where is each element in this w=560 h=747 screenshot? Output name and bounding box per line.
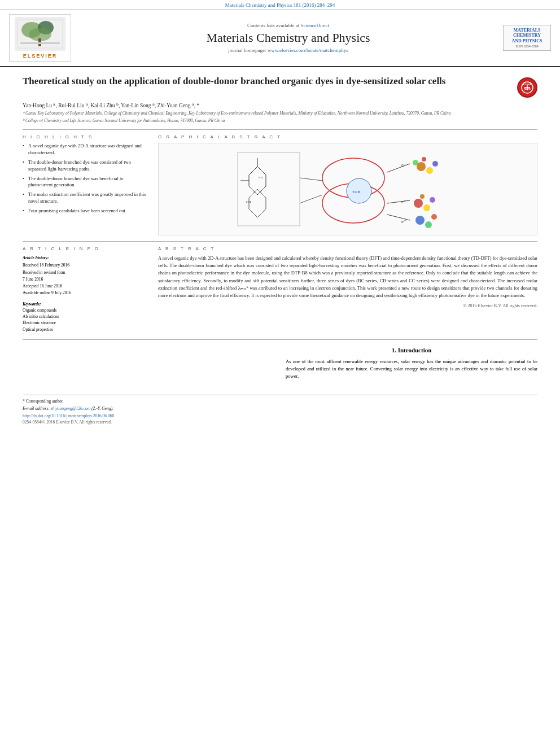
keyword-1: Organic compounds <box>23 307 147 313</box>
contents-prefix: Contents lists available at <box>247 23 299 28</box>
journal-center-info: Contents lists available at ScienceDirec… <box>80 23 496 53</box>
science-direct-link[interactable]: ScienceDirect <box>301 23 329 28</box>
highlight-item-4: The molar extinction coefficient was gre… <box>23 191 147 205</box>
journal-bar: Materials Chemistry and Physics 181 (201… <box>0 0 560 10</box>
email-label: E-mail address: <box>23 406 50 411</box>
elsevier-logo-box: ELSEVIER <box>9 14 71 62</box>
crossmark-icon: Cross Mark <box>517 77 537 98</box>
issn-line: 0254-0584/© 2016 Elsevier B.V. All right… <box>23 420 537 425</box>
svg-marker-16 <box>249 189 266 217</box>
journal-homepage-line: journal homepage: www.elsevier.com/locat… <box>80 47 496 53</box>
svg-point-31 <box>432 161 438 167</box>
abstract-paragraph: A novel organic dye with 2D-A structure … <box>158 255 537 299</box>
journal-bar-text: Materials Chemistry and Physics 181 (201… <box>225 2 335 8</box>
affiliation-a: ᵃ Gansu Key Laboratory of Polymer Materi… <box>23 111 537 117</box>
doi-line[interactable]: http://dx.doi.org/10.1016/j.matchemphys.… <box>23 413 537 418</box>
keyword-4: Optical properties <box>23 326 147 333</box>
svg-text:NH: NH <box>259 176 263 179</box>
article-info-col: A R T I C L E I N F O Article history: R… <box>23 246 147 333</box>
svg-line-24 <box>387 164 410 172</box>
highlight-item-1: A novel organic dye with 2D-A structure … <box>23 143 147 156</box>
article-info-details: Article history: Received 18 February 20… <box>23 255 147 333</box>
highlights-list: A novel organic dye with 2D-A structure … <box>23 143 147 215</box>
email-suffix: (Z.-Y. Geng). <box>91 406 113 411</box>
paper-title-section: Theoretical study on the application of … <box>23 75 537 98</box>
elsevier-wordmark: ELSEVIER <box>23 53 58 59</box>
svg-text:OH: OH <box>246 200 251 204</box>
svg-point-36 <box>430 197 435 203</box>
svg-point-40 <box>431 214 437 220</box>
footer-section: * Corresponding author. E-mail address: … <box>23 395 537 425</box>
graphical-abstract-heading: G R A P H I C A L A B S T R A C T <box>158 134 537 139</box>
accepted-date: Accepted 16 June 2016 <box>23 283 147 289</box>
highlights-col: H I G H L I G H T S A novel organic dye … <box>23 134 147 235</box>
keyword-2: Ab initio calculations <box>23 313 147 320</box>
homepage-prefix: journal homepage: <box>228 47 266 53</box>
highlight-item-5: Four promising candidates have been scre… <box>23 208 147 215</box>
svg-marker-13 <box>249 167 266 195</box>
intro-two-col: 1. Introduction As one of the most afflu… <box>23 347 537 384</box>
history-label: Article history: <box>23 255 147 261</box>
right-issn-info: ISSN 0254-0584 <box>505 45 549 48</box>
affiliation-b: ᵇ College of Chemistry and Life Science,… <box>23 118 537 124</box>
svg-line-26 <box>387 200 410 203</box>
abstract-heading: A B S T R A C T <box>158 246 537 251</box>
svg-point-35 <box>423 204 430 211</box>
keywords-label: Keywords: <box>23 301 147 307</box>
intro-text: As one of the most affluent renewable en… <box>286 358 537 381</box>
highlights-heading: H I G H L I G H T S <box>23 134 147 139</box>
svg-point-39 <box>425 221 432 228</box>
paper-title: Theoretical study on the application of … <box>23 75 509 88</box>
right-journal-title: MATERIALS CHEMISTRY AND PHYSICS <box>505 28 549 44</box>
copyright-line: © 2016 Elsevier B.V. All rights reserved… <box>158 303 537 309</box>
main-content: Theoretical study on the application of … <box>0 67 560 430</box>
introduction-section: 1. Introduction As one of the most afflu… <box>23 347 537 384</box>
divider-1 <box>23 129 537 130</box>
journal-right-logo-box: MATERIALS CHEMISTRY AND PHYSICS ISSN 025… <box>503 25 551 51</box>
email-line: E-mail address: zhiyuangeng@126.com (Z.-… <box>23 406 537 411</box>
svg-point-38 <box>415 216 425 225</box>
article-info-abstract-section: A R T I C L E I N F O Article history: R… <box>23 246 537 333</box>
svg-text:TiO₂: TiO₂ <box>352 190 360 194</box>
highlights-graphical-section: H I G H L I G H T S A novel organic dye … <box>23 134 537 235</box>
available-date: Available online 9 July 2016 <box>23 290 147 296</box>
abstract-text: A novel organic dye with 2D-A structure … <box>158 255 537 309</box>
journal-header: ELSEVIER Contents lists available at Sci… <box>0 10 560 67</box>
abstract-col: A B S T R A C T A novel organic dye with… <box>158 246 537 333</box>
graphical-abstract-col: G R A P H I C A L A B S T R A C T OH NH <box>158 134 537 235</box>
contents-line: Contents lists available at ScienceDirec… <box>80 23 496 28</box>
intro-right-col: 1. Introduction As one of the most afflu… <box>286 347 537 384</box>
svg-rect-5 <box>20 42 60 44</box>
graphical-abstract-box: OH NH TiO₂ e⁻ e⁻ e⁻ <box>158 143 537 235</box>
svg-point-30 <box>426 167 433 174</box>
svg-line-28 <box>387 215 410 220</box>
keyword-3: Electronic structure <box>23 320 147 326</box>
keywords-section: Keywords: Organic compounds Ab initio ca… <box>23 301 147 333</box>
divider-2 <box>23 241 537 242</box>
svg-rect-12 <box>238 152 300 226</box>
svg-point-33 <box>413 160 418 165</box>
divider-3 <box>23 339 537 340</box>
intro-left-spacer <box>23 347 274 384</box>
article-info-heading: A R T I C L E I N F O <box>23 246 147 251</box>
svg-point-34 <box>414 199 423 208</box>
graphical-abstract-image: OH NH TiO₂ e⁻ e⁻ e⁻ <box>162 147 533 231</box>
crossmark-badge: Cross Mark <box>517 77 537 98</box>
journal-title: Materials Chemistry and Physics <box>80 30 496 45</box>
revised-label: Received in revised form <box>23 269 147 276</box>
intro-heading: 1. Introduction <box>286 347 537 353</box>
homepage-url[interactable]: www.elsevier.com/locate/matchemphys <box>268 47 348 53</box>
svg-point-37 <box>420 194 425 199</box>
email-address[interactable]: zhiyuangeng@126.com <box>51 406 90 411</box>
svg-point-32 <box>422 157 426 161</box>
received-date: Received 18 February 2016 <box>23 262 147 268</box>
elsevier-logo-image <box>15 17 65 51</box>
intro-paragraph-1: As one of the most affluent renewable en… <box>286 358 537 381</box>
authors-line: Yan-Hong Lu ᵃ, Rui-Rui Liu ᵃ, Kai-Li Zhu… <box>23 102 537 108</box>
authors-text: Yan-Hong Lu ᵃ, Rui-Rui Liu ᵃ, Kai-Li Zhu… <box>23 103 199 108</box>
svg-line-41 <box>300 178 322 181</box>
corresponding-note: * Corresponding author. <box>23 399 537 404</box>
affiliations-block: ᵃ Gansu Key Laboratory of Polymer Materi… <box>23 111 537 124</box>
svg-line-42 <box>300 195 322 203</box>
highlight-item-3: The double-donor branched dye was benefi… <box>23 176 147 189</box>
